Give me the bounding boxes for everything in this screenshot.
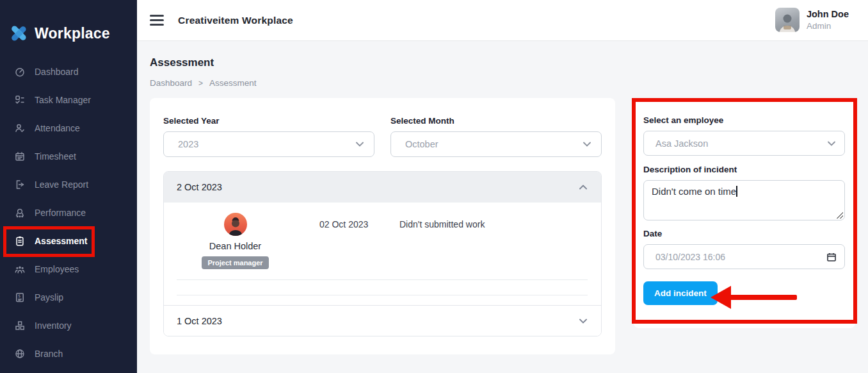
- user-name: John Doe: [807, 8, 849, 21]
- accordion-body: Dean Holder Project manager 02 Oct 2023 …: [164, 203, 601, 306]
- divider: [177, 279, 588, 280]
- chevron-down-icon: [828, 141, 835, 146]
- year-select[interactable]: 2023: [163, 131, 374, 157]
- hamburger-menu-icon[interactable]: [150, 12, 164, 29]
- chevron-down-icon: [583, 142, 591, 147]
- add-incident-form-card: Select an employee Asa Jackson Descripti…: [634, 100, 855, 328]
- leave-report-icon: [14, 179, 26, 190]
- accordion-date: 2 Oct 2023: [177, 182, 222, 192]
- sidebar-item-label: Leave Report: [35, 179, 88, 190]
- text-caret: [736, 186, 737, 197]
- sidebar-item-label: Branch: [35, 349, 63, 359]
- sidebar-item-employees[interactable]: Employees: [0, 255, 137, 283]
- date-input[interactable]: 03/10/2023 16:06: [643, 244, 845, 269]
- month-select-value: October: [405, 139, 438, 149]
- sidebar-item-task-manager[interactable]: Task Manager: [0, 86, 137, 114]
- performance-icon: [14, 207, 26, 219]
- selected-month-label: Selected Month: [390, 116, 602, 126]
- incidents-accordion: 2 Oct 2023 Dean Holder Project manager 0…: [163, 171, 602, 336]
- breadcrumb-separator: >: [198, 79, 203, 88]
- sidebar-item-label: Dashboard: [35, 67, 79, 77]
- sidebar-item-label: Task Manager: [35, 95, 91, 105]
- incident-employee: Dean Holder Project manager: [198, 213, 272, 269]
- accordion-header-2-oct[interactable]: 2 Oct 2023: [164, 172, 601, 203]
- sidebar-item-label: Assessment: [35, 236, 88, 246]
- svg-text:$: $: [18, 294, 20, 299]
- user-photo-avatar: [775, 8, 800, 32]
- breadcrumb: Dashboard > Assessment: [150, 78, 257, 88]
- breadcrumb-dashboard[interactable]: Dashboard: [150, 78, 192, 88]
- assessment-icon: [14, 235, 26, 247]
- accordion-date: 1 Oct 2023: [177, 316, 222, 326]
- description-text: Didn't come on time: [652, 186, 736, 197]
- calendar-icon[interactable]: [827, 253, 836, 261]
- sidebar-item-label: Attendance: [35, 123, 80, 133]
- workplace-logo[interactable]: Workplace: [0, 0, 137, 44]
- payslip-icon: $: [14, 292, 26, 303]
- user-role: Admin: [807, 21, 849, 32]
- sidebar-item-dashboard[interactable]: Dashboard: [0, 58, 137, 86]
- employee-select-value: Asa Jackson: [655, 138, 708, 149]
- divider: [177, 295, 588, 295]
- incident-date: 02 Oct 2023: [319, 219, 368, 229]
- dashboard-icon: [14, 66, 26, 78]
- task-manager-icon: [14, 94, 26, 106]
- description-textarea[interactable]: Didn't come on time: [643, 180, 845, 220]
- timesheet-icon: [14, 151, 26, 162]
- logo-text: Workplace: [35, 25, 110, 42]
- select-employee-label: Select an employee: [643, 115, 845, 125]
- sidebar-item-payslip[interactable]: $ Payslip: [0, 283, 137, 311]
- branch-icon: [14, 348, 26, 360]
- sidebar-item-branch[interactable]: Branch: [0, 340, 137, 368]
- sidebar-item-performance[interactable]: Performance: [0, 199, 137, 227]
- sidebar-item-label: Performance: [35, 208, 86, 218]
- page-title: Assessment: [150, 56, 214, 69]
- workplace-x-logo-icon: [8, 23, 29, 44]
- employee-name: Dean Holder: [198, 241, 272, 251]
- attendance-icon: [14, 122, 26, 134]
- employees-icon: [14, 263, 26, 275]
- sidebar-item-label: Employees: [35, 264, 79, 274]
- app-title: Creativeitem Workplace: [178, 15, 293, 26]
- sidebar-nav: Dashboard Task Manager Attendance Timesh…: [0, 58, 137, 368]
- sidebar-item-label: Inventory: [35, 320, 72, 331]
- sidebar-item-inventory[interactable]: Inventory: [0, 311, 137, 340]
- year-select-value: 2023: [178, 139, 198, 149]
- accordion-header-1-oct[interactable]: 1 Oct 2023: [164, 305, 601, 336]
- chevron-down-icon: [356, 142, 364, 147]
- selected-year-label: Selected Year: [163, 116, 374, 126]
- sidebar-item-assessment[interactable]: Assessment: [0, 227, 137, 255]
- employee-role-badge: Project manager: [202, 256, 268, 269]
- sidebar-item-label: Payslip: [35, 292, 63, 303]
- employee-select[interactable]: Asa Jackson: [643, 131, 845, 156]
- sidebar-item-label: Timesheet: [35, 151, 76, 162]
- chevron-up-icon: [579, 185, 587, 190]
- sidebar-item-attendance[interactable]: Attendance: [0, 114, 137, 142]
- resize-handle[interactable]: [836, 211, 843, 219]
- assessment-list-card: Selected Year 2023 Selected Month Octobe…: [150, 98, 615, 354]
- incident-description: Didn't submitted work: [399, 219, 485, 229]
- employee-photo-avatar: [224, 213, 247, 236]
- inventory-icon: [14, 320, 26, 331]
- sidebar-item-leave-report[interactable]: Leave Report: [0, 170, 137, 199]
- chevron-down-icon: [579, 319, 587, 324]
- date-label: Date: [643, 229, 845, 238]
- add-incident-button[interactable]: Add incident: [643, 281, 718, 305]
- month-select[interactable]: October: [390, 131, 602, 157]
- user-menu[interactable]: John Doe Admin: [775, 8, 849, 32]
- description-label: Description of incident: [643, 165, 845, 174]
- sidebar: Workplace Dashboard Task Manager Attenda…: [0, 0, 137, 373]
- breadcrumb-assessment: Assessment: [209, 78, 257, 88]
- date-input-value: 03/10/2023 16:06: [655, 252, 725, 262]
- sidebar-item-timesheet[interactable]: Timesheet: [0, 142, 137, 170]
- top-header: Creativeitem Workplace John Doe Admin: [137, 0, 868, 40]
